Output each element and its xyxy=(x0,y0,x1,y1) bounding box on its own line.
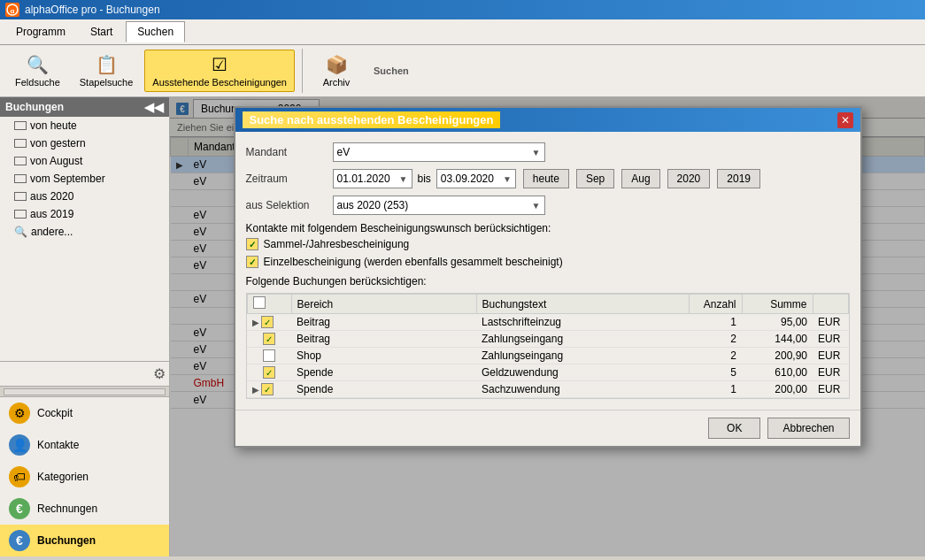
svg-text:α: α xyxy=(11,7,15,15)
title-bar: α alphaOffice pro - Buchungen xyxy=(0,0,925,19)
nav-item-cockpit[interactable]: ⚙ Cockpit xyxy=(0,397,169,429)
toolbar-btn-stapelsuche-label: Stapelsuche xyxy=(80,77,134,88)
nav-item-kontakte[interactable]: 👤 Kontakte xyxy=(0,429,169,461)
nav-item-kategorien[interactable]: 🏷 Kategorien xyxy=(0,461,169,493)
sidebar-item-andere[interactable]: 🔍 andere... xyxy=(0,223,169,241)
btn-heute[interactable]: heute xyxy=(523,169,569,188)
buchungen-icon: € xyxy=(9,530,30,551)
menu-bar: Programm Start Suchen xyxy=(0,19,925,45)
archiv-icon: 📦 xyxy=(326,54,348,75)
inner-col-summe[interactable]: Summe xyxy=(742,295,813,314)
inner-row2-anzahl: 2 xyxy=(689,331,742,348)
sidebar-item-von-heute[interactable]: von heute xyxy=(0,117,169,134)
inner-col-buchungstext[interactable]: Buchungstext xyxy=(476,295,689,314)
aus-selektion-arrow: ▼ xyxy=(532,201,541,211)
sidebar-item-von-august[interactable]: von August xyxy=(0,152,169,170)
zeitraum-from-group: 01.01.2020 ▼ bis 03.09.2020 ▼ xyxy=(333,169,516,188)
inner-table-row[interactable]: ✓ Beitrag Zahlungseingang 2 144,00 EUR xyxy=(247,331,848,348)
inner-table-row[interactable]: ✓ Spende Geldzuwendung 5 610,00 EUR xyxy=(247,364,848,381)
inner-row1-buchungstext: Lastschrifteinzug xyxy=(476,314,689,331)
sidebar-settings-icon[interactable]: ⚙ xyxy=(153,365,166,382)
sidebar-item-vom-september[interactable]: vom September xyxy=(0,170,169,188)
checkbox-sammel-label: Sammel-/Jahresbescheinigung xyxy=(264,238,410,250)
inner-row4-checkbox[interactable]: ✓ xyxy=(263,366,275,379)
inner-col-bereich[interactable]: Bereich xyxy=(291,295,476,314)
sidebar-item-von-gestern[interactable]: von gestern xyxy=(0,134,169,152)
inner-col-currency xyxy=(813,295,848,314)
row1-expand-icon[interactable]: ▶ xyxy=(252,318,259,327)
kontakte-icon: 👤 xyxy=(9,434,30,456)
inner-table-container[interactable]: Bereich Buchungstext Anzahl Summe xyxy=(246,293,850,399)
sidebar-item-von-august-icon xyxy=(14,157,27,165)
mandant-row: Mandant eV ▼ xyxy=(246,142,850,162)
inner-row4-summe: 610,00 xyxy=(742,364,813,381)
btn-aug[interactable]: Aug xyxy=(621,169,659,188)
sidebar-item-aus-2019-icon xyxy=(14,210,27,219)
nav-item-rechnungen-label: Rechnungen xyxy=(37,502,97,515)
stapelsuche-icon: 📋 xyxy=(96,54,118,75)
btn-ok[interactable]: OK xyxy=(708,418,760,439)
btn-2019[interactable]: 2019 xyxy=(717,169,760,188)
inner-row1-checkbox[interactable]: ✓ xyxy=(261,316,274,328)
inner-row4-currency: EUR xyxy=(813,364,848,381)
inner-table-row[interactable]: Shop Zahlungseingang 2 200,90 EUR xyxy=(247,348,848,364)
zeitraum-label: Zeitraum xyxy=(246,173,326,185)
nav-section: ⚙ Cockpit 👤 Kontakte 🏷 Kategorien € Rech… xyxy=(0,396,169,556)
sidebar-items: von heute von gestern von August vom Sep… xyxy=(0,117,169,361)
zeitraum-to-arrow: ▼ xyxy=(503,174,512,184)
inner-row3-anzahl: 2 xyxy=(689,348,742,364)
zeitraum-to-input[interactable]: 03.09.2020 ▼ xyxy=(436,169,516,188)
dialog-close-btn[interactable]: ✕ xyxy=(837,112,853,128)
toolbar-btn-stapelsuche[interactable]: 📋 Stapelsuche xyxy=(72,50,142,92)
nav-item-kontakte-label: Kontakte xyxy=(37,439,79,451)
toolbar-btn-archiv[interactable]: 📦 Archiv xyxy=(310,50,363,92)
inner-row2-buchungstext: Zahlungseingang xyxy=(476,331,689,348)
inner-row-cb-expand: ▶ ✓ xyxy=(247,314,291,331)
sidebar-item-andere-label: andere... xyxy=(31,226,73,238)
sidebar-item-aus-2020[interactable]: aus 2020 xyxy=(0,188,169,205)
sidebar-collapse-btn[interactable]: ◀◀ xyxy=(144,100,164,114)
toolbar-btn-feldsuche-label: Feldsuche xyxy=(15,77,60,88)
inner-row2-checkbox[interactable]: ✓ xyxy=(263,333,275,345)
inner-row1-summe: 95,00 xyxy=(742,314,813,331)
sidebar-item-aus-2019[interactable]: aus 2019 xyxy=(0,205,169,223)
sidebar-item-aus-2020-icon xyxy=(14,192,27,201)
zeitraum-to-value: 03.09.2020 xyxy=(441,173,494,185)
sidebar-item-andere-icon: 🔍 xyxy=(14,226,27,238)
mandant-value: eV xyxy=(337,146,351,158)
inner-col-anzahl[interactable]: Anzahl xyxy=(689,295,742,314)
checkbox-sammel[interactable]: ✓ xyxy=(246,238,258,250)
ausstehende-icon: ☑ xyxy=(212,54,227,75)
btn-cancel[interactable]: Abbrechen xyxy=(767,418,849,439)
dialog-title-bar: Suche nach ausstehenden Bescheinigungen … xyxy=(235,108,860,132)
inner-table-row[interactable]: ▶ ✓ Beitrag Lastschrifteinzug 1 95,00 EU… xyxy=(247,314,848,331)
checkbox-sammel-row: ✓ Sammel-/Jahresbescheinigung xyxy=(246,238,850,250)
menu-suchen[interactable]: Suchen xyxy=(126,21,185,42)
aus-selektion-select[interactable]: aus 2020 (253) ▼ xyxy=(333,196,545,215)
buchungen-hint: Folgende Buchungen berücksichtigen: xyxy=(246,275,850,288)
row5-expand-icon[interactable]: ▶ xyxy=(252,385,259,395)
nav-item-buchungen[interactable]: € Buchungen xyxy=(0,525,169,556)
zeitraum-from-input[interactable]: 01.01.2020 ▼ xyxy=(333,169,412,188)
dialog-title-text: Suche nach ausstehenden Bescheinigungen xyxy=(243,111,501,128)
mandant-select[interactable]: eV ▼ xyxy=(333,142,545,162)
inner-row-cb-expand: ▶ ✓ xyxy=(247,381,291,398)
inner-row5-checkbox[interactable]: ✓ xyxy=(261,383,274,395)
inner-row3-checkbox[interactable] xyxy=(263,349,275,362)
toolbar-btn-feldsuche[interactable]: 🔍 Feldsuche xyxy=(7,50,68,92)
toolbar-btn-ausstehende[interactable]: ☑ Ausstehende Bescheinigungen xyxy=(144,50,295,92)
inner-header-checkbox[interactable] xyxy=(253,296,266,309)
toolbar-btn-ausstehende-label: Ausstehende Bescheinigungen xyxy=(152,77,287,88)
menu-start[interactable]: Start xyxy=(79,21,124,42)
checkbox-einzel[interactable]: ✓ xyxy=(246,256,258,268)
nav-item-buchungen-label: Buchungen xyxy=(37,534,96,547)
menu-programm[interactable]: Programm xyxy=(4,21,77,42)
nav-item-rechnungen[interactable]: € Rechnungen xyxy=(0,493,169,525)
btn-sep[interactable]: Sep xyxy=(576,169,614,188)
inner-table-row[interactable]: ▶ ✓ Spende Sachzuwendung 1 200,00 EUR xyxy=(247,381,848,398)
inner-row4-buchungstext: Geldzuwendung xyxy=(476,364,689,381)
inner-row3-buchungstext: Zahlungseingang xyxy=(476,348,689,364)
kategorien-icon: 🏷 xyxy=(9,466,30,487)
btn-2020[interactable]: 2020 xyxy=(667,169,711,188)
zeitraum-bis-label: bis xyxy=(414,173,435,185)
